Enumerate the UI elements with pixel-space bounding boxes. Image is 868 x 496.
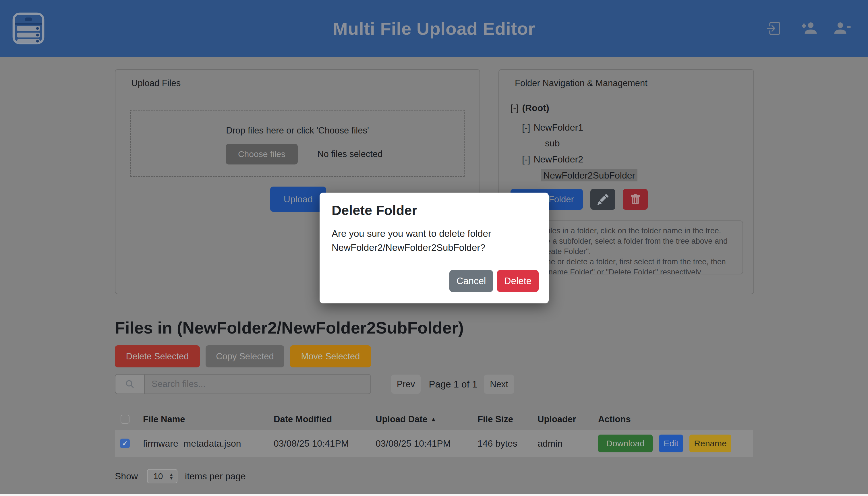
rename-button[interactable]: Rename: [689, 435, 731, 452]
page-title: Multi File Upload Editor: [0, 0, 868, 57]
next-page-button[interactable]: Next: [484, 375, 514, 394]
app-header: Multi File Upload Editor: [0, 0, 868, 57]
bulk-action-buttons: Delete Selected Copy Selected Move Selec…: [115, 345, 371, 368]
select-all-checkbox[interactable]: [121, 415, 129, 424]
copy-selected-button[interactable]: Copy Selected: [205, 345, 284, 368]
column-header-upload-date[interactable]: Upload Date ▲: [375, 410, 437, 428]
cancel-button[interactable]: Cancel: [449, 270, 493, 292]
page-size-control: Show 10 ▲ ▼ items per page: [115, 469, 246, 483]
tree-collapse-toggle[interactable]: [-]: [511, 103, 518, 113]
table-row: ✓ firmware_metadata.json 03/08/25 10:41P…: [115, 430, 753, 457]
dialog-message: Are you sure you want to delete folder N…: [332, 227, 491, 254]
confirm-delete-button[interactable]: Delete: [497, 270, 539, 292]
cell-file-size: 146 bytes: [478, 430, 517, 457]
app-screen: Multi File Upload Editor: [0, 0, 868, 496]
column-header-uploader[interactable]: Uploader: [538, 410, 576, 428]
page-status: Page 1 of 1: [424, 375, 482, 394]
delete-folder-dialog: Delete Folder Are you sure you want to d…: [320, 192, 549, 304]
search-input[interactable]: [145, 375, 370, 393]
remove-user-icon[interactable]: [834, 19, 851, 37]
folder-panel-title: Folder Navigation & Management: [499, 70, 754, 97]
delete-folder-button[interactable]: [623, 189, 648, 210]
cell-uploader: admin: [538, 430, 562, 457]
upload-button[interactable]: Upload: [270, 187, 326, 212]
tree-item-sub[interactable]: sub: [545, 137, 560, 150]
edit-button[interactable]: Edit: [659, 435, 683, 452]
header-actions: [766, 0, 851, 57]
delete-selected-button[interactable]: Delete Selected: [115, 345, 200, 368]
trash-icon: [630, 194, 641, 205]
stepper-arrows-icon[interactable]: ▲ ▼: [169, 472, 173, 480]
show-label: Show: [115, 471, 138, 482]
file-table-header: File Name Date Modified Upload Date ▲ Fi…: [115, 410, 753, 428]
upload-panel-title: Upload Files: [115, 70, 480, 97]
selected-tree-item[interactable]: NewFolder2SubFolder: [541, 169, 637, 182]
check-icon: ✓: [122, 439, 128, 448]
download-button[interactable]: Download: [598, 435, 653, 452]
cell-date-modified: 03/08/25 10:41PM: [274, 430, 349, 457]
column-header-actions: Actions: [598, 410, 631, 428]
cell-upload-date: 03/08/25 10:41PM: [375, 430, 451, 457]
row-checkbox[interactable]: ✓: [120, 438, 130, 448]
page-size-select[interactable]: 10 ▲ ▼: [147, 469, 177, 483]
items-per-page-label: items per page: [185, 471, 246, 482]
cell-file-name: firmware_metadata.json: [143, 430, 241, 457]
choose-files-button[interactable]: Choose files: [226, 144, 298, 165]
tree-item-root[interactable]: [-](Root): [511, 101, 549, 114]
column-header-file-size[interactable]: File Size: [478, 410, 513, 428]
tree-collapse-toggle[interactable]: [-]: [522, 122, 530, 133]
add-user-icon[interactable]: [800, 19, 818, 37]
login-icon[interactable]: [766, 19, 784, 37]
tree-item-newfolder2subfolder[interactable]: NewFolder2SubFolder: [541, 169, 637, 182]
prev-page-button[interactable]: Prev: [391, 375, 421, 394]
search-icon: [115, 375, 145, 393]
files-section-heading: Files in (NewFolder2/NewFolder2SubFolder…: [115, 318, 464, 337]
move-selected-button[interactable]: Move Selected: [290, 345, 371, 368]
column-header-file-name[interactable]: File Name: [143, 410, 185, 428]
tree-item-newfolder2[interactable]: [-]NewFolder2: [522, 153, 583, 166]
tree-item-newfolder1[interactable]: [-]NewFolder1: [522, 121, 583, 134]
sort-ascending-icon: ▲: [430, 416, 437, 423]
rename-folder-button[interactable]: [590, 189, 615, 210]
dialog-buttons: Cancel Delete: [449, 270, 539, 292]
column-header-date-modified[interactable]: Date Modified: [274, 410, 332, 428]
pencil-icon: [598, 194, 608, 205]
file-search: [115, 374, 371, 394]
tree-collapse-toggle[interactable]: [-]: [522, 154, 530, 165]
page-bottom-strip: [0, 494, 868, 496]
dropzone-hint: Drop files here or click 'Choose files': [131, 125, 464, 136]
server-logo-icon: [12, 12, 45, 45]
file-dropzone[interactable]: Drop files here or click 'Choose files' …: [130, 110, 465, 177]
no-files-selected-text: No files selected: [317, 144, 383, 165]
dialog-title: Delete Folder: [332, 202, 417, 218]
